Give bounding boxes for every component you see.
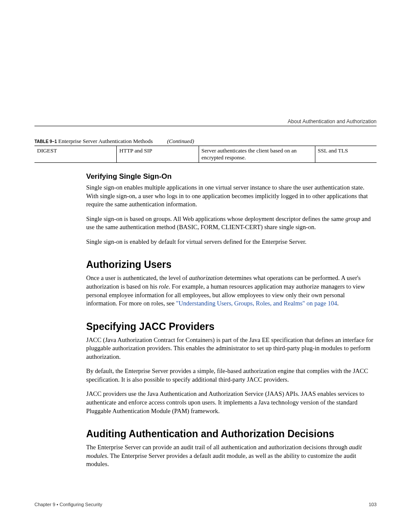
page-number: 103 xyxy=(369,502,377,507)
italic-term: role xyxy=(159,283,169,290)
footer-chapter: Chapter 9 • Configuring Security xyxy=(34,502,102,507)
heading-jacc: Specifying JACC Providers xyxy=(86,321,377,333)
content-column: Verifying Single Sign-On Single sign-on … xyxy=(86,172,377,469)
cell-protocol: HTTP and SIP xyxy=(117,146,199,163)
paragraph: Single sign-on enables multiple applicat… xyxy=(86,184,377,209)
page-footer: Chapter 9 • Configuring Security 103 xyxy=(34,502,377,507)
paragraph: JACC (Java Authorization Contract for Co… xyxy=(86,336,377,361)
table-title: Enterprise Server Authentication Methods xyxy=(58,138,153,144)
paragraph: Single sign-on is based on groups. All W… xyxy=(86,215,377,232)
paragraph: JACC providers use the Java Authenticati… xyxy=(86,390,377,415)
text: The Enterprise Server can provide an aud… xyxy=(86,444,349,451)
italic-term: authorization xyxy=(189,274,223,281)
cell-description: Server authenticates the client based on… xyxy=(199,146,315,163)
cell-method: DIGEST xyxy=(34,146,117,163)
running-header: About Authentication and Authorization xyxy=(288,118,377,124)
cell-security: SSL and TLS xyxy=(315,146,377,163)
text: Once a user is authenticated, the level … xyxy=(86,274,189,281)
heading-auditing: Auditing Authentication and Authorizatio… xyxy=(86,428,377,440)
text: . xyxy=(337,300,339,307)
table-row: DIGEST HTTP and SIP Server authenticates… xyxy=(34,146,377,163)
italic-term: group xyxy=(346,215,360,222)
paragraph: The Enterprise Server can provide an aud… xyxy=(86,443,377,469)
table-caption: TABLE 9–1 Enterprise Server Authenticati… xyxy=(34,138,377,145)
paragraph: By default, the Enterprise Server provid… xyxy=(86,367,377,384)
paragraph: Single sign-on is enabled by default for… xyxy=(86,238,377,246)
paragraph: Once a user is authenticated, the level … xyxy=(86,274,377,308)
heading-authorizing-users: Authorizing Users xyxy=(86,259,377,271)
text: . The Enterprise Server provides a defau… xyxy=(86,452,356,468)
table-label: TABLE 9–1 xyxy=(34,139,57,144)
cross-reference-link[interactable]: "Understanding Users, Groups, Roles, and… xyxy=(176,300,337,307)
heading-sso: Verifying Single Sign-On xyxy=(86,172,377,181)
text: Single sign-on is based on groups. All W… xyxy=(86,215,346,222)
header-rule xyxy=(34,126,377,126)
auth-methods-table: DIGEST HTTP and SIP Server authenticates… xyxy=(34,146,377,163)
page-body: TABLE 9–1 Enterprise Server Authenticati… xyxy=(0,0,411,469)
table-continued: (Continued) xyxy=(167,138,194,144)
